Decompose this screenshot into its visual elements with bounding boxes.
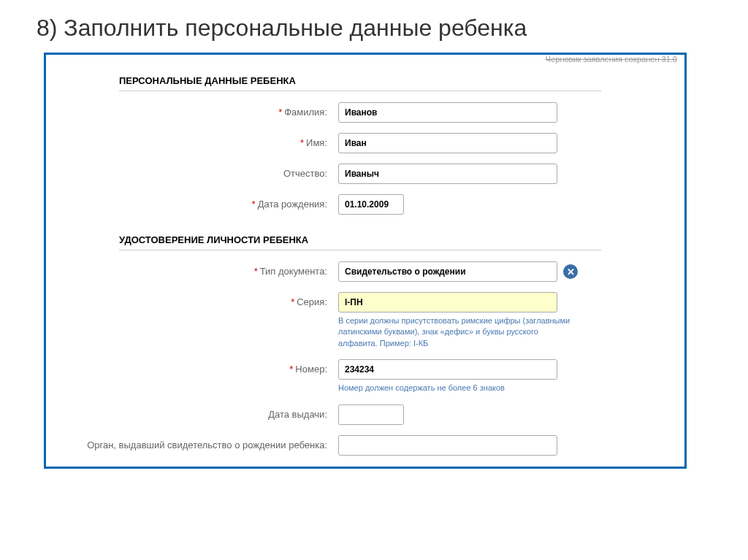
row-issue-date: Дата выдачи: (46, 404, 684, 425)
required-marker: * (254, 266, 258, 277)
required-marker: * (289, 364, 293, 375)
form-content: ПЕРСОНАЛЬНЫЕ ДАННЫЕ РЕБЕНКА *Фамилия: *И… (46, 55, 684, 456)
row-patronymic: Отчество: (46, 164, 684, 184)
label-name: *Имя: (46, 133, 338, 148)
section-header-personal: ПЕРСОНАЛЬНЫЕ ДАННЫЕ РЕБЕНКА (119, 69, 601, 91)
doctype-select[interactable] (338, 261, 557, 282)
issuer-input[interactable] (338, 435, 557, 456)
section-header-identity: УДОСТОВЕРЕНИЕ ЛИЧНОСТИ РЕБЕНКА (119, 229, 601, 250)
series-hint: В серии должны присутствовать римские ци… (338, 315, 572, 349)
label-number: *Номер: (46, 359, 338, 375)
label-birthdate: *Дата рождения: (46, 194, 338, 210)
number-input[interactable] (338, 359, 557, 380)
surname-input[interactable] (338, 102, 557, 123)
label-doctype: *Тип документа: (46, 261, 338, 277)
required-marker: * (278, 107, 282, 118)
required-marker: * (300, 137, 304, 148)
row-number: *Номер: Номер должен содержать не более … (46, 359, 684, 394)
form-frame: Черновик заявления сохранен 31.0 ПЕРСОНА… (44, 53, 687, 469)
label-issue-date: Дата выдачи: (46, 404, 338, 420)
row-surname: *Фамилия: (46, 102, 684, 123)
label-surname: *Фамилия: (46, 102, 338, 118)
draft-saved-note: Черновик заявления сохранен 31.0 (546, 55, 677, 64)
clear-doctype-icon[interactable]: ✕ (563, 264, 578, 279)
required-marker: * (291, 296, 294, 307)
row-birthdate: *Дата рождения: (46, 194, 684, 215)
row-issuer: Орган, выдавший свидетельство о рождении… (46, 435, 684, 456)
number-hint: Номер должен содержать не более 6 знаков (338, 383, 572, 394)
series-input[interactable] (338, 292, 557, 312)
slide-title: 8) Заполнить персональные данные ребенка (37, 15, 726, 42)
row-series: *Серия: В серии должны присутствовать ри… (46, 292, 684, 349)
issue-date-input[interactable] (338, 404, 404, 425)
required-marker: * (252, 199, 256, 210)
row-name: *Имя: (46, 133, 684, 153)
row-doctype: *Тип документа: ✕ (46, 261, 684, 282)
name-input[interactable] (338, 133, 557, 153)
label-series: *Серия: (46, 292, 338, 307)
patronymic-input[interactable] (338, 164, 557, 184)
label-patronymic: Отчество: (46, 164, 338, 179)
birthdate-input[interactable] (338, 194, 404, 215)
label-issuer: Орган, выдавший свидетельство о рождении… (46, 435, 338, 450)
